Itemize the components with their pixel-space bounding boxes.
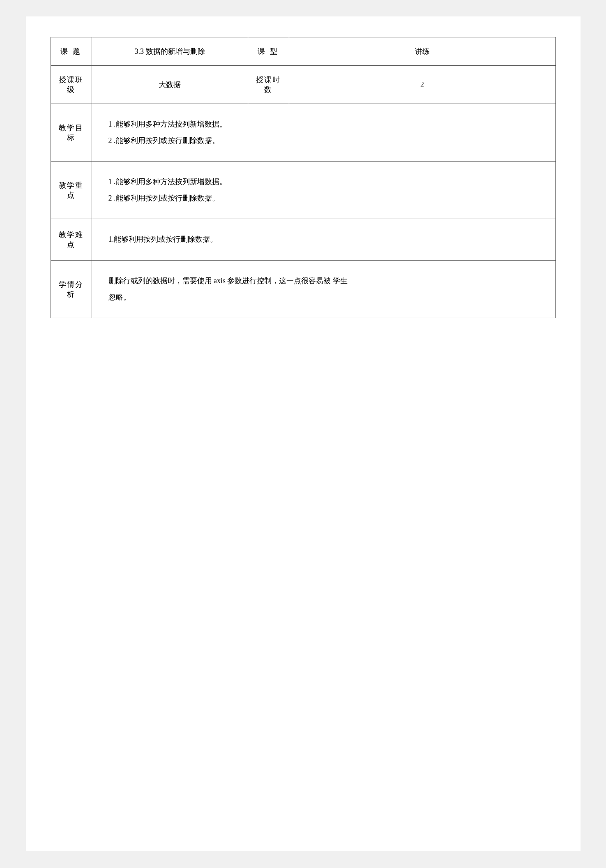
row-class: 授课班级 大数据 授课时数 2	[51, 66, 555, 104]
zhongdian-content: 1 .能够利用多种方法按列新增数据。 2 .能够利用按列或按行删除数据。	[92, 162, 555, 219]
hours-value: 2	[289, 66, 555, 104]
class-label: 授课班级	[51, 66, 92, 104]
fenxi-line1: 删除行或列的数据时，需要使用 axis 参数进行控制，这一点很容易被 学生	[108, 273, 539, 289]
zhongdian-label: 教学重点	[51, 162, 92, 219]
mubiao-line2: 2 .能够利用按列或按行删除数据。	[108, 133, 539, 149]
zhongdian-line2: 2 .能够利用按列或按行删除数据。	[108, 190, 539, 207]
hours-label: 授课时数	[248, 66, 289, 104]
keti-value: 3.3 数据的新增与删除	[92, 37, 248, 66]
nandian-content: 1.能够利用按列或按行删除数据。	[92, 219, 555, 261]
row-jiaoxue-zhongdian: 教学重点 1 .能够利用多种方法按列新增数据。 2 .能够利用按列或按行删除数据…	[51, 162, 555, 219]
mubiao-content: 1 .能够利用多种方法按列新增数据。 2 .能够利用按列或按行删除数据。	[92, 104, 555, 162]
mubiao-label: 教学目标	[51, 104, 92, 162]
fenxi-label: 学情分析	[51, 260, 92, 318]
mubiao-line1: 1 .能够利用多种方法按列新增数据。	[108, 116, 539, 133]
row-jiaoxue-mubiao: 教学目标 1 .能够利用多种方法按列新增数据。 2 .能够利用按列或按行删除数据…	[51, 104, 555, 162]
nandian-line1: 1.能够利用按列或按行删除数据。	[108, 231, 539, 248]
page: 课 题 3.3 数据的新增与删除 课 型 讲练 授课班级 大数据 授课时数 2 …	[26, 16, 581, 851]
row-jiaoxue-nandian: 教学难点 1.能够利用按列或按行删除数据。	[51, 219, 555, 261]
nandian-label: 教学难点	[51, 219, 92, 261]
type-label: 课 型	[248, 37, 289, 66]
row-keti: 课 题 3.3 数据的新增与删除 课 型 讲练	[51, 37, 555, 66]
keti-label: 课 题	[51, 37, 92, 66]
type-value: 讲练	[289, 37, 555, 66]
fenxi-content: 删除行或列的数据时，需要使用 axis 参数进行控制，这一点很容易被 学生 忽略…	[92, 260, 555, 318]
lesson-table: 课 题 3.3 数据的新增与删除 课 型 讲练 授课班级 大数据 授课时数 2 …	[51, 37, 556, 318]
fenxi-line2: 忽略。	[108, 289, 539, 306]
zhongdian-line1: 1 .能够利用多种方法按列新增数据。	[108, 174, 539, 190]
row-xueqing-fenxi: 学情分析 删除行或列的数据时，需要使用 axis 参数进行控制，这一点很容易被 …	[51, 260, 555, 318]
class-value: 大数据	[92, 66, 248, 104]
